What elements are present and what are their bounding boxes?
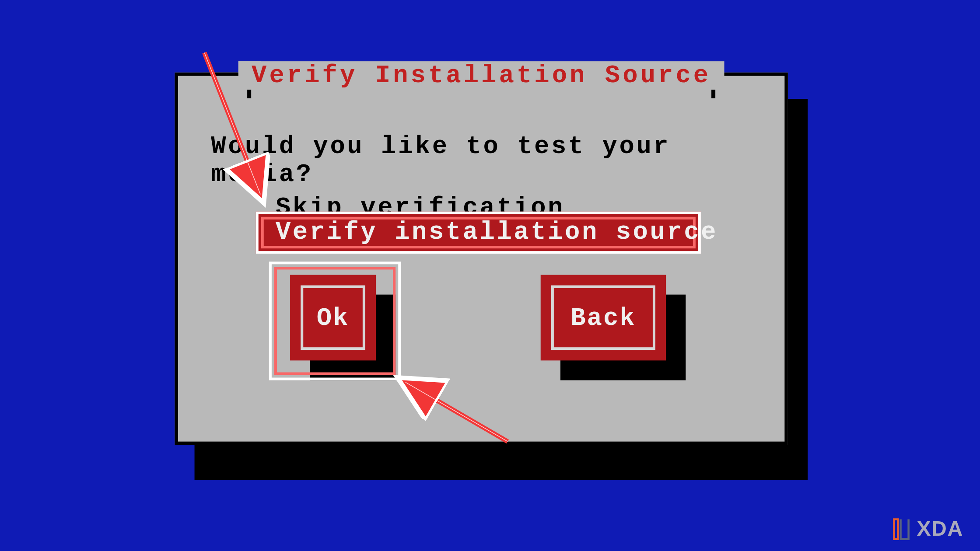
screen-wrapper: Verify Installation Source Would you lik… [0,0,980,551]
dialog-title: Verify Installation Source [238,61,724,90]
option-verify-installation[interactable]: Verify installation source [276,217,718,246]
verify-installation-dialog: Verify Installation Source Would you lik… [175,73,788,445]
prompt-text: Would you like to test your media? [211,132,784,188]
xda-logo-icon [892,518,911,540]
xda-watermark-text: XDA [917,516,963,541]
back-button-label: Back [570,303,636,332]
ok-button-label: Ok [317,303,350,332]
back-button[interactable]: Back [541,275,666,360]
xda-watermark: XDA [892,516,963,541]
